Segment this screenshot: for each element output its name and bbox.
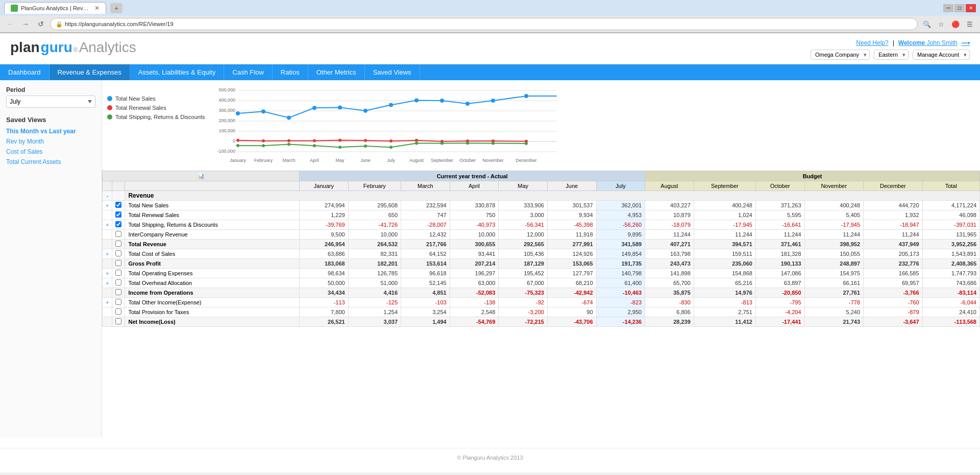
label-intercompany: InterCompany Revenue <box>125 230 300 240</box>
svg-text:100,000: 100,000 <box>219 128 236 133</box>
col-may: May <box>499 181 548 191</box>
table-row: + Total Overhead Allocation 50,000 51,00… <box>103 278 980 288</box>
label-net-income: Net Income(Loss) <box>125 317 300 327</box>
nav-other-metrics[interactable]: Other Metrics <box>308 64 365 80</box>
logout-icon[interactable]: ⟶ <box>961 39 970 46</box>
extension-action-button[interactable]: 🔴 <box>949 18 962 30</box>
checkbox-renewal[interactable] <box>112 210 125 220</box>
label-income-operations: Income from Operations <box>125 288 300 298</box>
table-row: Total Renewal Sales 1,229 650 747 750 3,… <box>103 210 980 220</box>
logo-guru: guru <box>41 39 72 56</box>
star-action-button[interactable]: ☆ <box>935 18 947 30</box>
window-maximize-button[interactable]: □ <box>954 4 965 12</box>
period-select[interactable]: July January February March April May Ju… <box>6 96 95 108</box>
new-tab-button[interactable]: + <box>110 3 122 13</box>
label-renewal-sales: Total Renewal Sales <box>125 210 300 220</box>
main-content: Total New Sales Total Renewal Sales Tota… <box>102 80 980 438</box>
window-close-button[interactable]: ✕ <box>966 4 976 12</box>
nav-revenue-expenses[interactable]: Revenue & Expenses <box>50 64 130 80</box>
checkbox-revenue <box>112 191 125 201</box>
logo-area: planguru® Analytics <box>10 39 136 56</box>
svg-text:June: June <box>361 158 371 163</box>
col-december: December <box>864 181 923 191</box>
browser-titlebar: PlanGuru Analytics | Reve... ✕ + ─ □ ✕ <box>0 0 980 16</box>
region-dropdown[interactable]: Eastern <box>874 50 909 60</box>
saved-view-total-current-assets[interactable]: Total Current Assets <box>6 158 95 165</box>
bar-chart-icon[interactable]: 📊 <box>198 173 205 179</box>
browser-tab[interactable]: PlanGuru Analytics | Reve... ✕ <box>4 2 106 14</box>
back-button[interactable]: ← <box>4 18 16 30</box>
window-minimize-button[interactable]: ─ <box>943 4 953 12</box>
reload-button[interactable]: ↺ <box>35 18 47 30</box>
menu-action-button[interactable]: ☰ <box>964 18 976 30</box>
svg-point-48 <box>492 142 495 145</box>
legend-renewal-sales: Total Renewal Sales <box>107 105 205 111</box>
table-row: Income from Operations 34,434 4,416 4,85… <box>103 288 980 298</box>
saved-view-cost-of-sales[interactable]: Cost of Sales <box>6 148 95 155</box>
svg-point-23 <box>465 102 470 106</box>
svg-point-22 <box>440 99 444 103</box>
svg-point-40 <box>287 143 290 146</box>
cell-new-sales-feb: 295,608 <box>348 201 401 210</box>
browser-chrome: PlanGuru Analytics | Reve... ✕ + ─ □ ✕ ←… <box>0 0 980 33</box>
region-dropdown-label: Eastern <box>878 52 898 58</box>
manage-account-label: Manage Account <box>917 52 959 58</box>
nav-saved-views[interactable]: Saved Views <box>365 64 420 80</box>
legend-label-shipping: Total Shipping, Returns & Discounts <box>115 114 205 120</box>
svg-point-46 <box>440 142 444 145</box>
svg-point-14 <box>236 111 240 115</box>
legend-label-renewal-sales: Total Renewal Sales <box>115 105 166 111</box>
nav-dashboard[interactable]: Dashboard <box>0 64 50 80</box>
checkbox-new-sales[interactable] <box>112 201 125 210</box>
need-help-link[interactable]: Need Help? <box>856 39 888 46</box>
section-header-revenue: - Revenue <box>103 191 980 201</box>
header-welcome-text: Welcome John Smith ⟶ <box>898 39 970 46</box>
saved-view-rev-by-month[interactable]: Rev by Month <box>6 138 95 145</box>
chart-area: Total New Sales Total Renewal Sales Tota… <box>102 80 980 169</box>
nav-cashflow[interactable]: Cash Flow <box>224 64 272 80</box>
table-row: + Total Shipping, Returns & Discounts -3… <box>103 220 980 230</box>
svg-point-21 <box>414 98 419 102</box>
svg-point-28 <box>287 139 290 142</box>
search-action-button[interactable]: 🔍 <box>921 18 933 30</box>
svg-text:July: July <box>387 158 396 163</box>
svg-text:April: April <box>310 158 319 163</box>
nav-assets[interactable]: Assets, Liabilities & Equity <box>130 64 225 80</box>
chart-svg-container: 500,000 400,000 300,000 200,000 100,000 … <box>210 85 975 169</box>
username-link[interactable]: John Smith <box>927 39 958 46</box>
cell-new-sales-may: 333,906 <box>499 201 548 210</box>
checkbox-col-header <box>112 181 125 191</box>
saved-view-this-month[interactable]: This Month vs Last year <box>6 128 95 135</box>
financial-table: 📊 Current year trend - Actual Budget Jan… <box>102 171 980 327</box>
footer-text: © Planguru Analytics 2013 <box>457 455 523 461</box>
chart-legend: Total New Sales Total Renewal Sales Tota… <box>107 85 205 169</box>
cell-new-sales-dec: 444,720 <box>864 201 923 210</box>
col-april: April <box>450 181 499 191</box>
legend-label-new-sales: Total New Sales <box>115 96 156 102</box>
table-row: + Total Cost of Sales 63,886 82,331 64,1… <box>103 249 980 259</box>
nav-ratios[interactable]: Ratios <box>273 64 308 80</box>
current-year-header: Current year trend - Actual <box>300 171 645 181</box>
address-bar[interactable]: 🔒 https://planguruanalytics.com/RE/Viewe… <box>50 18 918 30</box>
label-col-header <box>125 181 300 191</box>
tab-close-button[interactable]: ✕ <box>94 5 100 12</box>
label-gross-profit: Gross Profit <box>125 259 300 269</box>
legend-new-sales: Total New Sales <box>107 96 205 102</box>
expand-revenue[interactable]: - <box>103 191 112 201</box>
svg-point-27 <box>262 139 265 142</box>
forward-button[interactable]: → <box>19 18 32 30</box>
company-dropdown-label: Omega Company <box>815 52 859 58</box>
expand-shipping[interactable]: + <box>103 220 112 230</box>
manage-account-dropdown[interactable]: Manage Account <box>913 50 970 60</box>
expand-renewal <box>103 210 112 220</box>
col-total: Total <box>922 181 979 191</box>
svg-point-38 <box>236 144 239 147</box>
svg-point-30 <box>338 138 341 141</box>
checkbox-shipping[interactable] <box>112 220 125 230</box>
svg-point-17 <box>312 106 316 110</box>
cell-new-sales-jul: 362,001 <box>596 201 645 210</box>
company-dropdown[interactable]: Omega Company <box>811 50 870 60</box>
expand-new-sales[interactable]: + <box>103 201 112 210</box>
svg-point-45 <box>415 142 418 145</box>
svg-text:300,000: 300,000 <box>219 108 236 113</box>
